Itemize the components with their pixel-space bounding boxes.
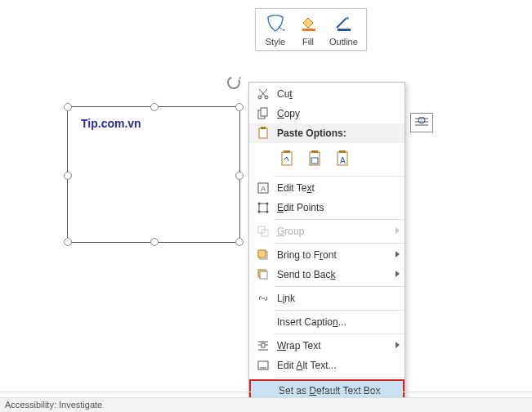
svg-point-25 <box>258 203 261 205</box>
menu-edit-points-label: Edit Points <box>277 202 390 213</box>
paste-keep-source-formatting[interactable] <box>277 148 298 169</box>
layout-options-button[interactable] <box>410 113 433 132</box>
resize-handle-nw[interactable] <box>64 103 72 111</box>
menu-link[interactable]: Link <box>249 289 405 308</box>
menu-link-label: Link <box>277 293 390 304</box>
style-label: Style <box>266 37 285 47</box>
menu-edit-alt-text-label: Edit Alt Text... <box>277 360 390 371</box>
menu-edit-text[interactable]: A Edit Text <box>249 178 405 198</box>
copy-icon <box>254 106 272 121</box>
layout-options-icon <box>414 117 429 128</box>
outline-label: Outline <box>329 37 358 47</box>
svg-text:A: A <box>340 156 346 165</box>
menu-send-to-back[interactable]: Send to Back <box>249 265 405 284</box>
paste-options-row: A <box>249 143 405 174</box>
outline-tool[interactable]: Outline <box>324 11 363 48</box>
svg-rect-0 <box>302 29 315 31</box>
svg-rect-14 <box>282 152 292 165</box>
resize-handle-ne[interactable] <box>235 103 244 111</box>
menu-insert-caption-label: Insert Caption... <box>277 316 390 328</box>
svg-text:A: A <box>261 185 266 193</box>
menu-copy-label: Copy <box>277 108 390 119</box>
menu-group-label: Group <box>277 226 390 237</box>
caption-icon <box>254 315 272 329</box>
svg-point-28 <box>266 211 269 213</box>
svg-rect-15 <box>284 150 290 153</box>
svg-rect-12 <box>259 128 267 138</box>
svg-rect-24 <box>259 204 267 212</box>
menu-bring-to-front[interactable]: Bring to Front <box>249 245 405 265</box>
group-icon <box>254 224 272 239</box>
fill-tool[interactable]: Fill <box>292 11 324 48</box>
style-tool[interactable]: Style <box>259 11 292 48</box>
menu-paste-options-label: Paste Options: <box>277 128 390 139</box>
separator <box>274 310 405 311</box>
fill-label: Fill <box>302 37 314 47</box>
shape-format-mini-toolbar: Style Fill Outline <box>255 8 367 51</box>
separator <box>274 286 405 287</box>
chevron-right-icon <box>396 342 400 348</box>
context-menu: Cut Copy Paste Options: A A Edit Text <box>248 82 405 412</box>
separator <box>274 176 405 177</box>
svg-rect-32 <box>258 250 266 258</box>
separator <box>274 219 405 220</box>
wrap-text-icon <box>254 338 272 353</box>
send-to-back-icon <box>254 267 272 282</box>
svg-rect-11 <box>261 108 267 116</box>
menu-cut[interactable]: Cut <box>249 84 405 104</box>
menu-set-default-label: Set as Default Text Box <box>279 385 388 396</box>
status-bar: Accessibility: Investigate <box>0 397 532 412</box>
menu-edit-text-label: Edit Text <box>277 182 390 194</box>
link-icon <box>254 291 272 306</box>
clipboard-icon <box>254 126 272 141</box>
resize-handle-se[interactable] <box>235 238 244 246</box>
resize-handle-w[interactable] <box>64 172 72 180</box>
edit-text-icon: A <box>254 181 272 195</box>
svg-rect-38 <box>262 343 265 347</box>
svg-rect-13 <box>261 127 266 129</box>
menu-wrap-text-label: Wrap Text <box>277 340 390 352</box>
menu-cut-label: Cut <box>277 88 390 100</box>
selected-text-box[interactable]: Tip.com.vn <box>67 106 240 243</box>
edit-points-icon <box>254 200 272 215</box>
svg-rect-20 <box>339 150 346 153</box>
rotate-handle[interactable] <box>225 74 243 92</box>
chevron-right-icon <box>396 271 400 277</box>
status-accessibility[interactable]: Accessibility: Investigate <box>5 400 102 410</box>
chevron-right-icon <box>396 227 400 234</box>
separator <box>274 243 405 244</box>
blank-icon <box>256 383 274 398</box>
svg-rect-34 <box>260 271 267 279</box>
svg-point-26 <box>266 203 269 205</box>
bring-to-front-icon <box>254 248 272 262</box>
menu-paste-options-header: Paste Options: <box>249 123 405 143</box>
menu-copy[interactable]: Copy <box>249 104 405 123</box>
separator <box>274 334 405 334</box>
page-boundary-rule <box>0 392 532 392</box>
svg-point-27 <box>258 211 261 213</box>
style-icon <box>264 12 287 35</box>
paste-keep-text-only[interactable]: A <box>333 148 354 169</box>
paste-picture[interactable] <box>305 148 326 169</box>
outline-icon <box>332 12 355 35</box>
menu-bring-to-front-label: Bring to Front <box>277 249 390 261</box>
scissors-icon <box>254 87 272 101</box>
svg-point-2 <box>228 77 239 88</box>
separator <box>274 377 405 378</box>
menu-send-to-back-label: Send to Back <box>277 269 390 280</box>
menu-insert-caption[interactable]: Insert Caption... <box>249 312 405 332</box>
resize-handle-sw[interactable] <box>64 238 72 246</box>
resize-handle-s[interactable] <box>150 238 159 246</box>
fill-icon <box>297 12 320 35</box>
chevron-right-icon <box>396 251 400 258</box>
menu-group: Group <box>249 222 405 241</box>
menu-edit-points[interactable]: Edit Points <box>249 198 405 217</box>
resize-handle-n[interactable] <box>150 103 159 111</box>
alt-text-icon <box>254 358 272 373</box>
svg-rect-17 <box>311 150 318 153</box>
menu-wrap-text[interactable]: Wrap Text <box>249 336 405 356</box>
menu-edit-alt-text[interactable]: Edit Alt Text... <box>249 356 405 375</box>
resize-handle-e[interactable] <box>235 172 244 180</box>
svg-rect-1 <box>338 29 351 31</box>
